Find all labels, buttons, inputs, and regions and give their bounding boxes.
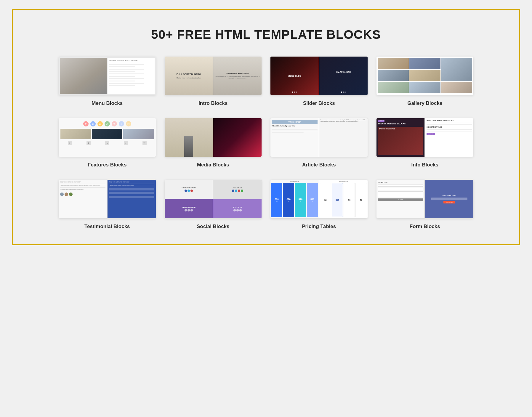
intro-sub: Making it is a free bootstrap template — [177, 77, 201, 79]
feat-img-row — [60, 129, 154, 139]
block-item-menu[interactable]: BRANDNAME OVERVIEW MENU ▾ DOWNLOAD — [59, 57, 156, 106]
block-item-intro[interactable]: FULL SCREEN INTRO Making it is a free bo… — [165, 57, 262, 106]
pricing-right-cols: $0 $10 $0 $0 — [320, 183, 367, 217]
test-avatars — [60, 193, 105, 196]
preview-form: CONTACT FORM SUBMIT SUBSCRIBE FORM SUBSC… — [376, 180, 474, 218]
menu-image-left — [60, 58, 107, 94]
social-follow-dark-text: FOLLOW US — [233, 206, 242, 208]
feat-icon-star: ★ — [97, 121, 103, 126]
test-heading: WHAT OUR FANTASTIC USERS SAY — [60, 181, 105, 183]
pricing-cols-left: $10 /mo $10 /mo $10 /mo $10 — [271, 183, 318, 217]
media-figure — [184, 136, 193, 157]
test-avatar-3 — [69, 193, 73, 196]
block-item-article[interactable]: ARTICLE HEADER Title with Solid Backgrou… — [270, 118, 368, 168]
gallery-cell-4 — [378, 70, 409, 81]
preview-article: ARTICLE HEADER Title with Solid Backgrou… — [270, 118, 368, 157]
pricing-col-1: $10 /mo — [271, 183, 282, 217]
slider-left — [270, 57, 319, 95]
block-item-pricing[interactable]: PRICING TABLE $10 /mo $10 /mo $10 /mo — [270, 180, 368, 230]
pricing-right-col-3: $0 — [344, 183, 355, 217]
feat-img-2 — [92, 129, 122, 139]
social-share-light-text: SHARE THIS PAGE! — [182, 187, 196, 189]
intro-right-text: Start developing this is a free bootstra… — [214, 76, 260, 79]
slider-dots-left — [272, 92, 317, 93]
feat-img-3 — [123, 129, 154, 139]
feat-icons-row2: ♥ ★ ♦ ☆ ♡ — [60, 140, 154, 146]
social-share-dark: SHARE THIS PAGE! — [165, 199, 213, 218]
block-label-pricing: Pricing Tables — [302, 224, 336, 230]
preview-gallery — [376, 57, 474, 95]
gallery-cell-2 — [409, 58, 440, 69]
feat-icon-heart: ♥ — [83, 121, 89, 126]
test-right-heading: WHAT OUR FANTASTIC USERS SAY — [109, 181, 154, 183]
slider-dots-right — [321, 92, 366, 93]
pricing-label-left: PRICING TABLE — [271, 181, 318, 182]
form-field-2 — [378, 188, 423, 190]
social-icons-bottom-left — [185, 209, 193, 211]
social-follow-dark: FOLLOW US — [213, 199, 262, 218]
gallery-cell-5 — [409, 70, 440, 81]
intro-title: FULL SCREEN INTRO — [176, 73, 201, 76]
block-label-form: Form Blocks — [410, 224, 440, 230]
social-share-dark-text: SHARE THIS PAGE! — [182, 206, 196, 208]
test-content: Lorem ipsum dolor sit amet consectetur a… — [60, 185, 105, 187]
block-label-social: Social Blocks — [197, 224, 230, 230]
blocks-grid: BRANDNAME OVERVIEW MENU ▾ DOWNLOAD — [59, 57, 473, 230]
form-contact-label: CONTACT FORM — [378, 182, 423, 183]
gallery-cell-6 — [378, 82, 409, 93]
preview-pricing: PRICING TABLE $10 /mo $10 /mo $10 /mo — [270, 180, 368, 218]
pricing-right-col-1: $0 — [320, 183, 331, 217]
gallery-cell-1 — [378, 58, 409, 69]
preview-features: ♥ ♛ ★ ♫ ♥ ○ □ ♥ ★ ♦ ☆ — [59, 118, 156, 157]
pricing-col-4: $10 /mo — [307, 183, 318, 217]
block-item-media[interactable]: Media Blocks — [165, 118, 262, 168]
form-submit-btn: SUBMIT — [378, 198, 423, 201]
social-icons-bottom-right — [233, 209, 242, 211]
test-left: WHAT OUR FANTASTIC USERS SAY Lorem ipsum… — [59, 180, 107, 218]
social-icons-top-right — [232, 190, 243, 192]
gallery-cell-3 — [441, 58, 472, 81]
feat-icon-headphone: ♫ — [105, 121, 110, 126]
block-label-gallery: Gallery Blocks — [407, 100, 442, 106]
gallery-cell-8 — [441, 82, 472, 93]
info-right: BACKGROUND VIDEO BLOCKS MODERN STYLES BU… — [425, 118, 473, 157]
block-item-form[interactable]: CONTACT FORM SUBMIT SUBSCRIBE FORM SUBSC… — [376, 180, 474, 230]
info-img: BACKGROUND IMAGE — [378, 127, 423, 155]
feat-img-1 — [60, 129, 91, 139]
social-follow-light-text: FOLLOW US — [233, 187, 242, 189]
intro-right: VIDEO BACKGROUND Start developing this i… — [213, 57, 262, 95]
block-item-gallery[interactable]: Gallery Blocks — [376, 57, 474, 106]
pricing-right: PRICING TABLE $0 $10 $0 $0 — [319, 180, 368, 218]
info-right-title-2: MODERN STYLES — [427, 126, 472, 128]
article-right: Lorem ipsum dolor sit amet, consectetur … — [319, 118, 368, 157]
test-right: WHAT OUR FANTASTIC USERS SAY Lorem ipsum… — [108, 180, 156, 218]
media-right — [213, 118, 262, 157]
block-item-info[interactable]: ▶ VIDEO TRENDY WEBSITE BLOCKS BACKGROUND… — [376, 118, 474, 168]
social-bottom: SHARE THIS PAGE! FOLLOW US — [165, 199, 262, 218]
preview-intro: FULL SCREEN INTRO Making it is a free bo… — [165, 57, 262, 95]
block-label-menu: Menu Blocks — [92, 100, 123, 106]
block-label-slider: Slider Blocks — [303, 100, 335, 106]
block-item-testimonial[interactable]: WHAT OUR FANTASTIC USERS SAY Lorem ipsum… — [59, 180, 156, 230]
gallery-cell-7 — [409, 82, 440, 93]
intro-left: FULL SCREEN INTRO Making it is a free bo… — [165, 57, 213, 95]
article-subtitle: Title with Solid Background Color — [272, 125, 318, 127]
info-left: ▶ VIDEO TRENDY WEBSITE BLOCKS BACKGROUND… — [376, 118, 425, 157]
pricing-right-col-2: $10 — [332, 183, 343, 217]
intro-right-title: VIDEO BACKGROUND — [226, 73, 249, 75]
form-email-input — [431, 198, 467, 200]
pricing-label-right: PRICING TABLE — [320, 181, 367, 182]
article-header-bar: ARTICLE HEADER — [272, 120, 318, 124]
block-item-slider[interactable]: Slider Blocks — [270, 57, 368, 106]
preview-media — [165, 118, 262, 157]
social-top: SHARE THIS PAGE! FOLLOW US — [165, 180, 262, 199]
preview-slider — [270, 57, 368, 95]
block-item-features[interactable]: ♥ ♛ ★ ♫ ♥ ○ □ ♥ ★ ♦ ☆ — [59, 118, 156, 168]
form-subscribe-btn: SUBSCRIBE — [443, 201, 455, 203]
preview-menu: BRANDNAME OVERVIEW MENU ▾ DOWNLOAD — [59, 57, 156, 95]
block-item-social[interactable]: SHARE THIS PAGE! FOLLOW US — [165, 180, 262, 230]
block-label-info: Info Blocks — [411, 162, 438, 168]
info-title-1: TRENDY WEBSITE BLOCKS — [378, 123, 423, 125]
block-label-testimonial: Testimonial Blocks — [84, 224, 130, 230]
feat-icons-row: ♥ ♛ ★ ♫ ♥ ○ □ — [60, 120, 154, 128]
